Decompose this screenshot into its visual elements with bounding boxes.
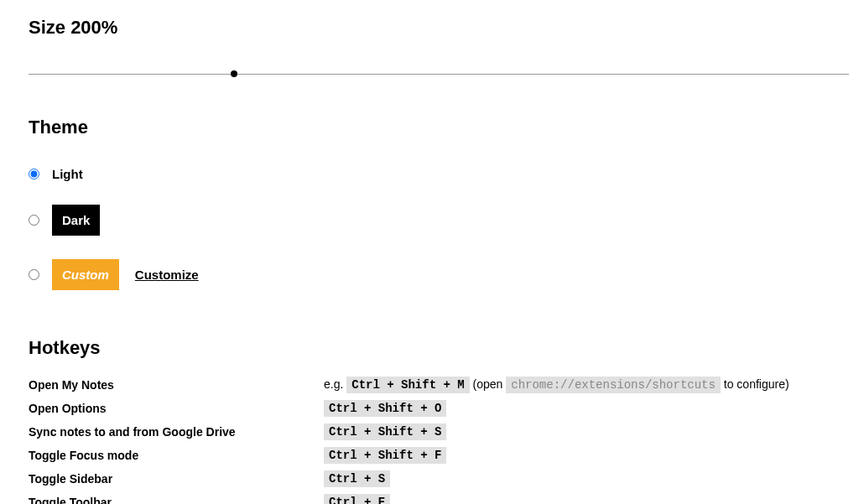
hotkey-label: Toggle Sidebar bbox=[29, 470, 324, 488]
hotkey-kbd: Ctrl + Shift + O bbox=[324, 400, 446, 417]
theme-radio-dark[interactable] bbox=[29, 215, 39, 226]
theme-section: Theme Light Dark Custom Customize bbox=[29, 117, 859, 290]
hotkeys-section: Hotkeys Open My Notes e.g. Ctrl + Shift … bbox=[29, 337, 859, 504]
hotkey-label: Open My Notes bbox=[29, 377, 324, 394]
theme-radio-light[interactable] bbox=[29, 169, 39, 179]
theme-options: Light Dark Custom Customize bbox=[29, 167, 859, 290]
theme-option-dark[interactable]: Dark bbox=[29, 205, 859, 236]
hotkey-kbd: Ctrl + S bbox=[324, 470, 390, 487]
customize-link[interactable]: Customize bbox=[135, 268, 199, 282]
slider-track bbox=[29, 74, 849, 75]
theme-radio-custom[interactable] bbox=[29, 269, 39, 280]
hotkey-value: Ctrl + Shift + S bbox=[324, 423, 446, 441]
hotkey-row-toggle-focus: Toggle Focus mode Ctrl + Shift + F bbox=[29, 446, 859, 465]
hotkey-value-example: e.g. Ctrl + Shift + M (open chrome://ext… bbox=[324, 376, 789, 394]
hotkey-row-open-options: Open Options Ctrl + Shift + O bbox=[29, 399, 859, 418]
theme-dark-label: Dark bbox=[52, 205, 100, 236]
slider-thumb[interactable] bbox=[231, 70, 237, 77]
hotkey-label: Toggle Toolbar bbox=[29, 494, 324, 505]
hotkey-row-open-my-notes: Open My Notes e.g. Ctrl + Shift + M (ope… bbox=[29, 376, 859, 394]
hotkey-value: Ctrl + Shift + F bbox=[324, 446, 446, 465]
hotkey-row-toggle-toolbar: Toggle Toolbar Ctrl + E bbox=[29, 493, 859, 504]
theme-custom-label: Custom bbox=[52, 259, 119, 290]
theme-option-light[interactable]: Light bbox=[29, 167, 859, 181]
eg-open: (open bbox=[470, 377, 507, 391]
hotkey-kbd: Ctrl + Shift + S bbox=[324, 423, 446, 440]
size-slider[interactable] bbox=[29, 74, 849, 75]
size-heading: Size 200% bbox=[29, 17, 859, 39]
hotkey-label: Sync notes to and from Google Drive bbox=[29, 423, 324, 441]
hotkey-value: Ctrl + S bbox=[324, 470, 390, 488]
theme-option-custom[interactable]: Custom Customize bbox=[29, 259, 859, 290]
hotkey-row-sync-notes: Sync notes to and from Google Drive Ctrl… bbox=[29, 423, 859, 441]
theme-light-label: Light bbox=[52, 167, 83, 181]
size-section: Size 200% bbox=[29, 17, 859, 75]
hotkeys-heading: Hotkeys bbox=[29, 337, 859, 359]
hotkey-label: Open Options bbox=[29, 400, 324, 418]
eg-key: Ctrl + Shift + M bbox=[346, 377, 469, 393]
theme-heading: Theme bbox=[29, 117, 859, 138]
hotkey-row-toggle-sidebar: Toggle Sidebar Ctrl + S bbox=[29, 470, 859, 488]
eg-close: to configure) bbox=[721, 377, 789, 391]
hotkey-value: Ctrl + E bbox=[324, 493, 390, 504]
eg-url: chrome://extensions/shortcuts bbox=[506, 377, 721, 393]
eg-prefix: e.g. bbox=[324, 377, 346, 391]
hotkey-label: Toggle Focus mode bbox=[29, 447, 324, 465]
hotkey-value: Ctrl + Shift + O bbox=[324, 399, 446, 418]
hotkey-kbd: Ctrl + Shift + F bbox=[324, 447, 446, 464]
hotkey-kbd: Ctrl + E bbox=[324, 494, 390, 504]
